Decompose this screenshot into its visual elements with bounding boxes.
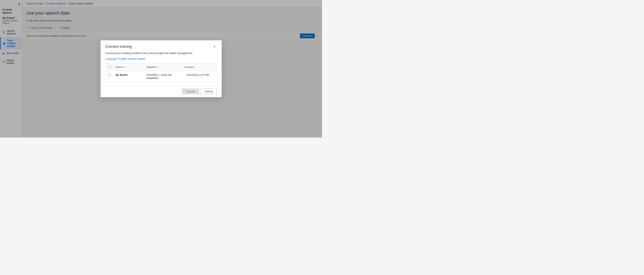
- baseline-col-header: Baseline ⇅: [144, 63, 182, 71]
- language-label: Language:: [106, 57, 118, 60]
- name-col-label: Name: [116, 65, 123, 68]
- language-value: English (United States): [118, 57, 145, 60]
- row-select-checkbox[interactable]: [108, 73, 111, 76]
- created-col-label: Created: [184, 65, 194, 68]
- modal-table-body: My Model 20210831 + Audio file adaptatio…: [106, 71, 216, 82]
- created-sort-icon[interactable]: ↓: [194, 66, 196, 68]
- modal-cancel-btn[interactable]: Cancel: [201, 88, 216, 94]
- modal-header: Connect training ×: [100, 40, 222, 51]
- modal-overlay: Connect training × Connect your existing…: [0, 0, 322, 137]
- created-col-header: Created ↓: [182, 63, 216, 71]
- modal-body: Connect your existing models to the curr…: [100, 51, 222, 85]
- name-sort-icon[interactable]: ⇅: [124, 66, 125, 68]
- app-container: ❮ Custom Speech My Project English (Unit…: [0, 0, 322, 137]
- row-name-col: My Model: [113, 71, 144, 82]
- modal-table-container: Name ⇅ Baseline ⇅: [106, 63, 217, 82]
- name-col-header: Name ⇅: [113, 63, 144, 71]
- model-name: My Model: [116, 73, 128, 76]
- table-row: My Model 20210831 + Audio file adaptatio…: [106, 71, 216, 82]
- table-body-scrollable: My Model 20210831 + Audio file adaptatio…: [106, 71, 216, 82]
- row-created-col: 5/22/2022 2:47 PM: [184, 71, 216, 82]
- modal-table: Name ⇅ Baseline ⇅: [106, 63, 216, 71]
- model-baseline: 20210831 + Audio file adaptation: [146, 73, 172, 79]
- modal-footer: Connect Cancel: [100, 85, 222, 97]
- connect-training-modal: Connect training × Connect your existing…: [100, 40, 222, 97]
- baseline-col-label: Baseline: [146, 65, 157, 68]
- select-all-col: [106, 63, 113, 71]
- row-checkbox-col: [106, 71, 113, 82]
- modal-description: Connect your existing models to the curr…: [106, 51, 217, 55]
- select-all-checkbox[interactable]: [108, 65, 111, 68]
- baseline-sort-icon[interactable]: ⇅: [158, 66, 159, 68]
- model-created: 5/22/2022 2:47 PM: [187, 73, 209, 76]
- modal-connect-btn[interactable]: Connect: [182, 88, 199, 94]
- row-baseline-col: 20210831 + Audio file adaptation: [144, 71, 184, 82]
- modal-language: Language: English (United States): [106, 57, 217, 60]
- modal-title: Connect training: [106, 44, 132, 49]
- modal-close-btn[interactable]: ×: [212, 44, 217, 49]
